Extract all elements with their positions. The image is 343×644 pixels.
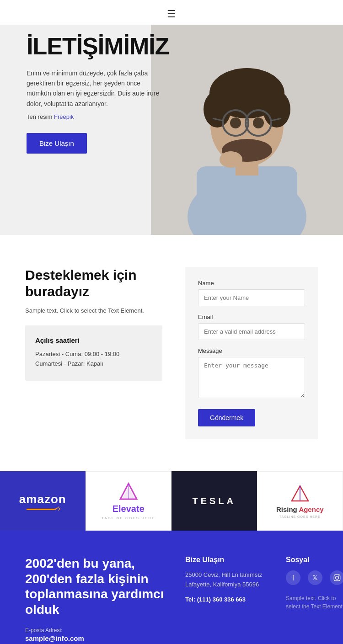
tesla-logo: TESLA [192,496,236,506]
rising-tagline: TAGLINE GOES HERE [279,515,321,518]
hours-weekdays: Pazartesi - Cuma: 09:00 - 19:00 [35,351,152,357]
footer-social-sample: Sample text. Click to select the Text El… [286,594,343,611]
submit-button[interactable]: Göndermek [198,409,255,426]
svg-rect-23 [334,575,340,580]
footer-tel: Tel: (111) 360 336 663 [185,596,268,603]
support-section: Desteklemek için buradayız Sample text. … [0,235,343,471]
message-input[interactable] [198,357,305,398]
elevate-tagline: TAGLINE GOES HERE [102,516,155,520]
support-title: Desteklemek için buradayız [25,267,162,300]
freepik-link[interactable]: Freepik [54,113,74,120]
elevate-logo-box: Elevate TAGLINE GOES HERE [86,471,172,531]
amazon-logo: amazon [19,492,66,510]
footer-social-title: Sosyal [286,556,343,564]
svg-point-14 [253,117,264,128]
social-icons: f 𝕏 [286,570,343,585]
hours-box: Açılış saatleri Pazartesi - Cuma: 09:00 … [25,325,162,381]
form-group-email: Email [198,314,305,340]
svg-point-6 [204,91,231,128]
tesla-logo-box: TESLA [172,471,257,531]
support-left: Desteklemek için buradayız Sample text. … [25,267,162,381]
elevate-logo: Elevate TAGLINE GOES HERE [102,482,155,520]
hero-cta-button[interactable]: Bize Ulaşın [27,133,87,154]
svg-point-24 [336,576,339,580]
twitter-icon[interactable]: 𝕏 [308,570,322,585]
rising-logo-box: Rising Agency TAGLINE GOES HERE [257,471,343,531]
navigation: ☰ [0,0,343,25]
svg-point-16 [220,151,242,168]
footer-email: sample@info.com [25,634,167,642]
hero-section: İLETİŞİMİMİZ Enim ve minimum düzeyde, ço… [0,25,343,235]
footer-email-label: E-posta Adresi: [25,627,167,633]
rising-name: Rising Agency [276,506,324,513]
message-label: Message [198,347,305,354]
footer-contact: Bize Ulaşın 25000 Ceviz, Hill Ln tanımsı… [185,556,268,603]
email-input[interactable] [198,323,305,340]
elevate-icon [118,482,139,502]
amazon-arrow-icon [27,506,59,510]
hero-photo-credit: Ten resim Freepik [27,113,166,120]
elevate-name: Elevate [113,504,145,514]
svg-rect-2 [197,166,297,235]
form-group-message: Message [198,347,305,400]
contact-form: Name Email Message Göndermek [185,267,318,439]
footer-social: Sosyal f 𝕏 Sample text. Click to select … [286,556,343,611]
email-label: Email [198,314,305,320]
facebook-icon[interactable]: f [286,570,300,585]
name-label: Name [198,280,305,287]
instagram-icon[interactable] [330,570,343,585]
svg-point-13 [230,117,241,128]
support-text: Sample text. Click to select the Text El… [25,306,162,315]
name-input[interactable] [198,289,305,306]
hours-weekend: Cumartesi - Pazar: Kapalı [35,360,152,367]
footer-address: 25000 Ceviz, Hill Ln tanımsız Lafayette,… [185,570,268,590]
hero-title: İLETİŞİMİMİZ [27,34,166,59]
hours-title: Açılış saatleri [35,336,152,344]
rising-logo: Rising Agency TAGLINE GOES HERE [276,484,324,518]
hero-description: Enim ve minimum düzeyde, çok fazla çaba … [27,68,166,109]
hero-content: İLETİŞİMİMİZ Enim ve minimum düzeyde, ço… [0,25,192,181]
svg-point-7 [263,91,290,128]
footer-title: 2002'den bu yana, 200'den fazla kişinin … [25,556,167,617]
amazon-logo-box: amazon [0,471,86,531]
logos-section: amazon Elevate TAGLINE GOES HERE TESLA R… [0,471,343,531]
rising-icon [290,484,310,504]
form-group-name: Name [198,280,305,306]
footer: 2002'den bu yana, 200'den fazla kişinin … [0,531,343,644]
hamburger-icon[interactable]: ☰ [167,8,176,20]
footer-contact-title: Bize Ulaşın [185,556,268,564]
svg-point-25 [338,575,339,576]
footer-left: 2002'den bu yana, 200'den fazla kişinin … [25,556,167,644]
